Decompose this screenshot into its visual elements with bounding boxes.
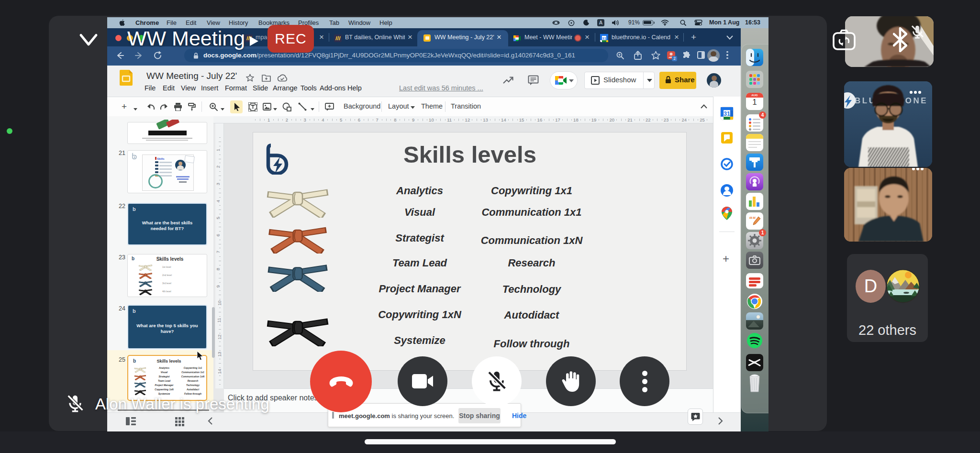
svg-text:31: 31 (724, 110, 730, 117)
svg-text:31: 31 (602, 36, 606, 41)
